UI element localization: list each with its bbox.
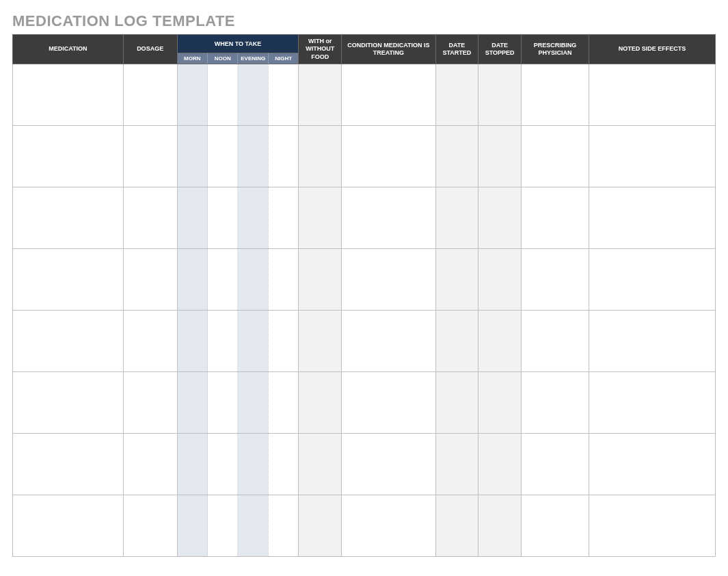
cell-noon[interactable] — [208, 64, 238, 125]
cell-condition[interactable] — [342, 125, 435, 187]
cell-condition[interactable] — [342, 187, 435, 248]
cell-morn[interactable] — [177, 433, 207, 495]
cell-date-started[interactable] — [435, 310, 478, 371]
cell-noon[interactable] — [208, 495, 238, 556]
cell-date-stopped[interactable] — [478, 371, 522, 433]
cell-noon[interactable] — [208, 310, 238, 371]
cell-physician[interactable] — [521, 248, 589, 310]
cell-date-started[interactable] — [435, 371, 478, 433]
col-noon: NOON — [208, 53, 238, 64]
cell-dosage[interactable] — [123, 495, 177, 556]
cell-side-effects[interactable] — [589, 371, 715, 433]
cell-morn[interactable] — [177, 371, 207, 433]
cell-noon[interactable] — [208, 125, 238, 187]
cell-physician[interactable] — [521, 310, 589, 371]
cell-evening[interactable] — [238, 433, 268, 495]
cell-condition[interactable] — [342, 310, 435, 371]
cell-dosage[interactable] — [123, 310, 177, 371]
cell-dosage[interactable] — [123, 433, 177, 495]
cell-dosage[interactable] — [123, 187, 177, 248]
cell-night[interactable] — [268, 64, 299, 125]
cell-condition[interactable] — [342, 495, 435, 556]
cell-side-effects[interactable] — [589, 495, 715, 556]
cell-night[interactable] — [268, 495, 299, 556]
cell-with-food[interactable] — [299, 433, 342, 495]
cell-condition[interactable] — [342, 248, 435, 310]
cell-morn[interactable] — [177, 125, 207, 187]
cell-night[interactable] — [268, 433, 299, 495]
cell-dosage[interactable] — [123, 125, 177, 187]
table-row — [13, 187, 716, 248]
cell-noon[interactable] — [208, 371, 238, 433]
cell-condition[interactable] — [342, 433, 435, 495]
cell-condition[interactable] — [342, 64, 435, 125]
cell-dosage[interactable] — [123, 64, 177, 125]
cell-medication[interactable] — [13, 64, 124, 125]
cell-evening[interactable] — [238, 64, 268, 125]
cell-night[interactable] — [268, 371, 299, 433]
cell-physician[interactable] — [521, 371, 589, 433]
cell-side-effects[interactable] — [589, 64, 715, 125]
cell-evening[interactable] — [238, 187, 268, 248]
cell-morn[interactable] — [177, 64, 207, 125]
cell-night[interactable] — [268, 187, 299, 248]
cell-side-effects[interactable] — [589, 433, 715, 495]
cell-with-food[interactable] — [299, 125, 342, 187]
cell-medication[interactable] — [13, 433, 124, 495]
cell-physician[interactable] — [521, 64, 589, 125]
cell-side-effects[interactable] — [589, 125, 715, 187]
cell-date-started[interactable] — [435, 495, 478, 556]
cell-night[interactable] — [268, 125, 299, 187]
cell-night[interactable] — [268, 310, 299, 371]
cell-night[interactable] — [268, 248, 299, 310]
cell-date-stopped[interactable] — [478, 125, 522, 187]
cell-physician[interactable] — [521, 433, 589, 495]
cell-physician[interactable] — [521, 495, 589, 556]
cell-date-started[interactable] — [435, 433, 478, 495]
cell-noon[interactable] — [208, 248, 238, 310]
cell-dosage[interactable] — [123, 371, 177, 433]
cell-date-started[interactable] — [435, 64, 478, 125]
cell-evening[interactable] — [238, 248, 268, 310]
cell-noon[interactable] — [208, 187, 238, 248]
cell-physician[interactable] — [521, 125, 589, 187]
cell-dosage[interactable] — [123, 248, 177, 310]
cell-morn[interactable] — [177, 310, 207, 371]
cell-evening[interactable] — [238, 371, 268, 433]
cell-date-stopped[interactable] — [478, 310, 522, 371]
cell-with-food[interactable] — [299, 248, 342, 310]
cell-medication[interactable] — [13, 125, 124, 187]
cell-with-food[interactable] — [299, 495, 342, 556]
cell-date-started[interactable] — [435, 187, 478, 248]
cell-with-food[interactable] — [299, 187, 342, 248]
cell-morn[interactable] — [177, 248, 207, 310]
cell-date-stopped[interactable] — [478, 64, 522, 125]
cell-evening[interactable] — [238, 310, 268, 371]
cell-noon[interactable] — [208, 433, 238, 495]
cell-with-food[interactable] — [299, 310, 342, 371]
table-body — [13, 64, 716, 556]
cell-with-food[interactable] — [299, 64, 342, 125]
cell-side-effects[interactable] — [589, 248, 715, 310]
cell-medication[interactable] — [13, 248, 124, 310]
cell-medication[interactable] — [13, 310, 124, 371]
cell-morn[interactable] — [177, 495, 207, 556]
cell-medication[interactable] — [13, 371, 124, 433]
cell-date-stopped[interactable] — [478, 495, 522, 556]
cell-date-started[interactable] — [435, 248, 478, 310]
cell-evening[interactable] — [238, 125, 268, 187]
cell-date-stopped[interactable] — [478, 248, 522, 310]
cell-condition[interactable] — [342, 371, 435, 433]
cell-with-food[interactable] — [299, 371, 342, 433]
cell-date-stopped[interactable] — [478, 187, 522, 248]
cell-date-started[interactable] — [435, 125, 478, 187]
col-medication: MEDICATION — [13, 35, 124, 64]
cell-medication[interactable] — [13, 495, 124, 556]
cell-side-effects[interactable] — [589, 187, 715, 248]
cell-evening[interactable] — [238, 495, 268, 556]
cell-physician[interactable] — [521, 187, 589, 248]
cell-morn[interactable] — [177, 187, 207, 248]
cell-medication[interactable] — [13, 187, 124, 248]
cell-side-effects[interactable] — [589, 310, 715, 371]
cell-date-stopped[interactable] — [478, 433, 522, 495]
